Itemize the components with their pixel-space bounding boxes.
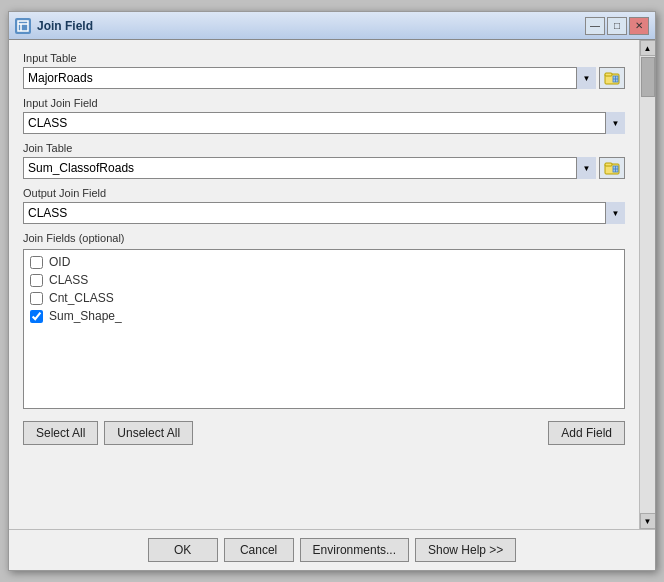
output-join-field-select[interactable]: CLASS <box>23 202 625 224</box>
svg-rect-0 <box>18 21 28 31</box>
window-icon <box>15 18 31 34</box>
footer: OK Cancel Environments... Show Help >> <box>9 529 655 570</box>
content-area: Input Table MajorRoads ▼ <box>9 40 655 529</box>
list-item: CLASS <box>28 272 620 288</box>
join-fields-group: Join Fields (optional) OID CLASS Cnt_CLA… <box>23 232 625 409</box>
input-table-group: Input Table MajorRoads ▼ <box>23 52 625 89</box>
join-table-select[interactable]: Sum_ClassofRoads <box>23 157 596 179</box>
output-join-field-label: Output Join Field <box>23 187 625 199</box>
window-controls: — □ ✕ <box>585 17 649 35</box>
cancel-button[interactable]: Cancel <box>224 538 294 562</box>
join-table-group: Join Table Sum_ClassofRoads ▼ <box>23 142 625 179</box>
input-join-field-dropdown-wrapper: CLASS ▼ <box>23 112 625 134</box>
join-table-row: Sum_ClassofRoads ▼ <box>23 157 625 179</box>
title-bar: Join Field — □ ✕ <box>9 12 655 40</box>
environments-button[interactable]: Environments... <box>300 538 409 562</box>
cnt-class-checkbox[interactable] <box>30 292 43 305</box>
list-item: Cnt_CLASS <box>28 290 620 306</box>
close-button[interactable]: ✕ <box>629 17 649 35</box>
svg-rect-9 <box>605 163 612 166</box>
list-item: OID <box>28 254 620 270</box>
class-label[interactable]: CLASS <box>49 273 88 287</box>
show-help-button[interactable]: Show Help >> <box>415 538 516 562</box>
input-table-browse-button[interactable] <box>599 67 625 89</box>
input-table-dropdown-wrapper: MajorRoads ▼ <box>23 67 596 89</box>
maximize-button[interactable]: □ <box>607 17 627 35</box>
class-checkbox[interactable] <box>30 274 43 287</box>
join-field-window: Join Field — □ ✕ Input Table MajorRoads … <box>8 11 656 571</box>
scroll-thumb[interactable] <box>641 57 655 97</box>
list-actions-row: Select All Unselect All Add Field <box>23 421 625 445</box>
join-fields-label: Join Fields (optional) <box>23 232 625 244</box>
input-table-select[interactable]: MajorRoads <box>23 67 596 89</box>
minimize-button[interactable]: — <box>585 17 605 35</box>
join-table-browse-button[interactable] <box>599 157 625 179</box>
scrollbar: ▲ ▼ <box>639 40 655 529</box>
oid-checkbox[interactable] <box>30 256 43 269</box>
select-all-button[interactable]: Select All <box>23 421 98 445</box>
scroll-track[interactable] <box>640 56 655 513</box>
input-table-label: Input Table <box>23 52 625 64</box>
join-table-label: Join Table <box>23 142 625 154</box>
btn-group-left: Select All Unselect All <box>23 421 193 445</box>
window-title: Join Field <box>37 19 585 33</box>
list-item: Sum_Shape_ <box>28 308 620 324</box>
sum-shape-checkbox[interactable] <box>30 310 43 323</box>
input-table-row: MajorRoads ▼ <box>23 67 625 89</box>
join-table-dropdown-wrapper: Sum_ClassofRoads ▼ <box>23 157 596 179</box>
ok-button[interactable]: OK <box>148 538 218 562</box>
add-field-button[interactable]: Add Field <box>548 421 625 445</box>
unselect-all-button[interactable]: Unselect All <box>104 421 193 445</box>
output-join-field-group: Output Join Field CLASS ▼ <box>23 187 625 224</box>
input-join-field-select[interactable]: CLASS <box>23 112 625 134</box>
svg-rect-4 <box>605 73 612 76</box>
input-join-field-group: Input Join Field CLASS ▼ <box>23 97 625 134</box>
join-fields-listbox[interactable]: OID CLASS Cnt_CLASS Sum_Shape_ <box>23 249 625 409</box>
input-join-field-label: Input Join Field <box>23 97 625 109</box>
cnt-class-label[interactable]: Cnt_CLASS <box>49 291 114 305</box>
oid-label[interactable]: OID <box>49 255 70 269</box>
output-join-field-dropdown-wrapper: CLASS ▼ <box>23 202 625 224</box>
scroll-down-button[interactable]: ▼ <box>640 513 656 529</box>
main-panel: Input Table MajorRoads ▼ <box>9 40 639 529</box>
scroll-up-button[interactable]: ▲ <box>640 40 656 56</box>
sum-shape-label[interactable]: Sum_Shape_ <box>49 309 122 323</box>
